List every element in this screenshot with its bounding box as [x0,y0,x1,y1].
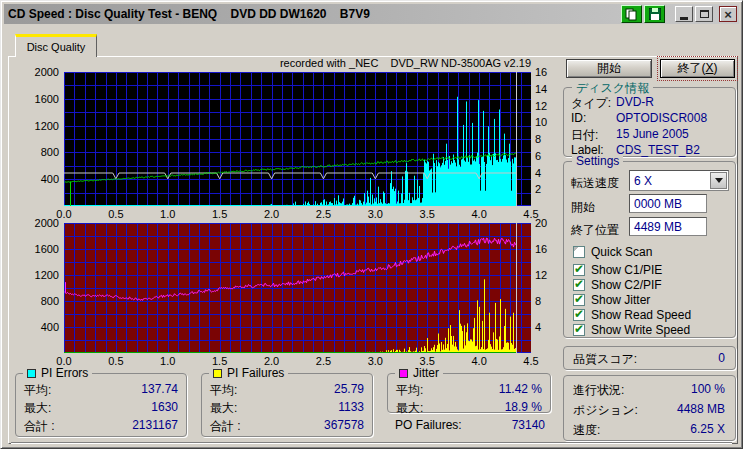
start-pos-field[interactable]: 0000 MB [629,194,707,213]
minimize-icon [680,17,688,20]
stats-value: 1133 [338,400,364,414]
right-axis-tick: 6 [535,150,541,162]
stats-value: 18.9 % [505,400,542,414]
close-icon: × [724,8,732,21]
start-pos-value: 0000 MB [634,197,682,211]
checkbox-row-show-read-speed[interactable]: ✔Show Read Speed [573,308,691,322]
speed-combobox[interactable]: 6 X [629,170,729,191]
checked-checkbox[interactable]: ✔ [573,294,585,306]
unchecked-checkbox[interactable] [573,246,585,258]
recorder-info-text: recorded with _NEC DVD_RW ND-3500AG v2.1… [64,57,531,69]
right-axis-tick: 4 [535,167,541,179]
check-icon: ✔ [574,292,584,306]
x-axis-tick: 4.0 [465,355,493,367]
x-axis-tick: 0.5 [102,208,130,220]
checkbox-row-show-c1-pie[interactable]: ✔Show C1/PIE [573,263,662,277]
check-icon: ✔ [574,307,584,321]
checked-checkbox[interactable]: ✔ [573,309,585,321]
stats-label: 平均: [210,382,237,399]
stats-box-title: PI Errors [23,366,92,380]
progress-label: ポジション: [573,402,638,419]
progress-value: 4488 MB [641,402,725,416]
x-axis-tick: 0.5 [102,355,130,367]
checked-checkbox[interactable]: ✔ [573,279,585,291]
bottom-divider [11,442,732,444]
checkbox-label: Show C2/PIF [591,278,662,292]
end-pos-field[interactable]: 4489 MB [629,217,707,236]
checked-checkbox[interactable]: ✔ [573,324,585,336]
x-axis-tick: 1.0 [154,208,182,220]
x-axis-tick: 3.0 [361,355,389,367]
stats-label: 最大: [396,400,423,417]
legend-square [213,369,222,378]
checked-checkbox[interactable]: ✔ [573,264,585,276]
stats-label: 平均: [24,382,51,399]
exit-button[interactable]: 終了(X) [660,59,735,78]
start-pos-label: 開始 [571,199,595,216]
maximize-button[interactable] [695,6,713,22]
disc-info-value: 15 June 2005 [616,127,689,141]
po-failures-label: PO Failures: [395,418,462,432]
x-axis-tick: 4.0 [465,208,493,220]
right-axis-tick: 14 [535,83,547,95]
x-axis-tick: 3.0 [361,208,389,220]
checkbox-row-show-jitter[interactable]: ✔Show Jitter [573,293,650,307]
left-axis-tick: 800 [19,295,59,307]
stats-label: 最大: [210,400,237,417]
close-button[interactable]: × [719,6,737,22]
progress-label: 速度: [573,422,600,439]
left-axis-tick: 1600 [19,243,59,255]
progress-value: 6.25 X [641,422,725,436]
legend-square [399,369,408,378]
checkbox-row-quick-scan[interactable]: Quick Scan [573,245,652,259]
pie-chart-canvas [64,72,531,206]
window-title: CD Speed : Disc Quality Test - BENQ DVD … [4,7,370,21]
app-window: CD Speed : Disc Quality Test - BENQ DVD … [0,0,743,449]
po-failures-value: 73140 [487,418,545,432]
tab-label: Disc Quality [27,41,86,53]
x-axis-tick: 2.0 [258,208,286,220]
title-bar[interactable]: CD Speed : Disc Quality Test - BENQ DVD … [4,4,739,24]
copy-icon [625,8,638,21]
left-axis-tick: 1200 [19,120,59,132]
x-axis-tick: 2.5 [309,208,337,220]
tab-disc-quality[interactable]: Disc Quality [15,34,97,57]
stats-value: 137.74 [141,382,178,396]
checkbox-label: Show Read Speed [591,308,691,322]
left-axis-tick: 800 [19,146,59,158]
stats-label: 平均: [396,382,423,399]
checkbox-label: Quick Scan [591,245,652,259]
right-axis-tick: 12 [535,269,547,281]
minimize-button[interactable] [675,6,693,22]
stats-value: 11.42 % [499,382,542,396]
speed-label: 転送速度 [571,175,619,192]
disc-info-value: CDS_TEST_B2 [616,143,700,157]
stats-box-jitter: Jitter平均:11.42 %最大:18.9 % [387,373,551,413]
disc-info-label: 日付: [571,127,598,144]
maximize-icon [700,10,709,18]
disc-info-label: タイプ: [571,95,611,112]
left-axis-tick: 1200 [19,269,59,281]
left-axis-tick: 400 [19,321,59,333]
checkbox-row-show-write-speed[interactable]: ✔Show Write Speed [573,323,690,337]
save-button[interactable] [644,5,665,23]
left-axis-tick: 1600 [19,93,59,105]
pif-chart-canvas [64,223,531,353]
right-axis-tick: 12 [535,100,547,112]
x-axis-tick: 3.5 [413,208,441,220]
stats-value: 367578 [324,418,364,432]
start-button[interactable]: 開始 [566,59,652,78]
stats-box-pi-failures: PI Failures平均:25.79最大:1133合計 :367578 [201,373,373,437]
copy-button[interactable] [621,5,642,23]
check-icon: ✔ [574,322,584,336]
right-axis-tick: 10 [535,116,547,128]
disc-info-value: OPTODISCR008 [616,111,707,125]
chevron-down-icon[interactable] [710,172,727,189]
checkbox-row-show-c2-pif[interactable]: ✔Show C2/PIF [573,278,662,292]
speed-value: 6 X [634,174,652,188]
disc-info-value: DVD-R [616,95,654,109]
checkbox-label: Show Write Speed [591,323,690,337]
checkbox-label: Show Jitter [591,293,650,307]
disc-info-label: ID: [571,111,586,125]
stats-value: 1630 [151,400,178,414]
